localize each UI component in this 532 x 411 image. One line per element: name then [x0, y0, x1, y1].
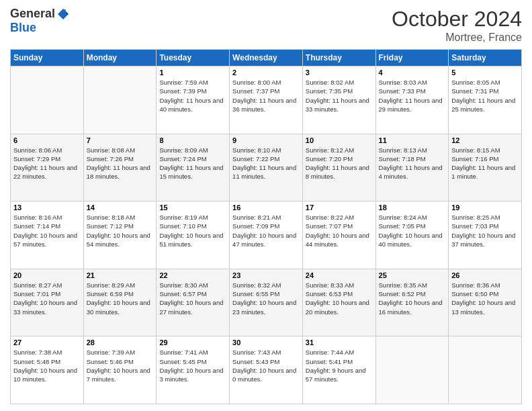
- day-info: Sunrise: 8:29 AMSunset: 6:59 PMDaylight:…: [87, 281, 154, 316]
- day-number: 30: [232, 338, 300, 347]
- week-row-4: 20Sunrise: 8:27 AMSunset: 7:01 PMDayligh…: [11, 269, 522, 336]
- sunset-text: Sunset: 7:03 PM: [451, 222, 498, 230]
- table-cell: 28Sunrise: 7:39 AMSunset: 5:46 PMDayligh…: [83, 336, 157, 404]
- daylight-text: Daylight: 10 hours and 47 minutes.: [232, 232, 296, 248]
- daylight-text: Daylight: 10 hours and 30 minutes.: [87, 299, 150, 315]
- sunset-text: Sunset: 6:59 PM: [87, 290, 134, 298]
- day-number: 24: [306, 271, 373, 279]
- table-cell: 26Sunrise: 8:36 AMSunset: 6:50 PMDayligh…: [449, 269, 522, 336]
- logo-general: General: [10, 7, 55, 21]
- day-number: 26: [451, 271, 519, 279]
- day-number: 5: [451, 68, 519, 77]
- sunrise-text: Sunrise: 8:08 AM: [87, 146, 135, 154]
- sunset-text: Sunset: 7:05 PM: [379, 222, 426, 230]
- table-cell: 29Sunrise: 7:41 AMSunset: 5:45 PMDayligh…: [157, 336, 230, 404]
- sunset-text: Sunset: 5:45 PM: [159, 358, 206, 365]
- sunset-text: Sunset: 7:12 PM: [87, 222, 134, 230]
- table-cell: [449, 336, 522, 404]
- day-info: Sunrise: 8:33 AMSunset: 6:53 PMDaylight:…: [306, 281, 373, 316]
- sunset-text: Sunset: 6:52 PM: [379, 290, 426, 298]
- col-monday: Monday: [83, 50, 157, 66]
- daylight-text: Daylight: 11 hours and 29 minutes.: [379, 97, 443, 113]
- day-info: Sunrise: 8:25 AMSunset: 7:03 PMDaylight:…: [451, 213, 519, 248]
- day-info: Sunrise: 8:21 AMSunset: 7:09 PMDaylight:…: [232, 213, 300, 248]
- table-cell: 19Sunrise: 8:25 AMSunset: 7:03 PMDayligh…: [449, 201, 522, 269]
- sunrise-text: Sunrise: 7:39 AM: [87, 349, 135, 356]
- daylight-text: Daylight: 10 hours and 7 minutes.: [87, 367, 150, 383]
- day-number: 22: [159, 271, 226, 279]
- sunset-text: Sunset: 7:09 PM: [232, 222, 279, 230]
- title-block: October 2024 Mortree, France: [392, 7, 522, 44]
- day-info: Sunrise: 8:19 AMSunset: 7:10 PMDaylight:…: [159, 213, 226, 248]
- sunrise-text: Sunrise: 8:15 AM: [451, 146, 500, 154]
- sunrise-text: Sunrise: 8:00 AM: [232, 79, 281, 86]
- day-info: Sunrise: 8:18 AMSunset: 7:12 PMDaylight:…: [87, 213, 154, 248]
- table-cell: 11Sunrise: 8:13 AMSunset: 7:18 PMDayligh…: [375, 134, 449, 201]
- sunset-text: Sunset: 7:35 PM: [306, 87, 353, 95]
- table-cell: 24Sunrise: 8:33 AMSunset: 6:53 PMDayligh…: [302, 269, 375, 336]
- day-info: Sunrise: 8:27 AMSunset: 7:01 PMDaylight:…: [13, 281, 81, 316]
- day-number: 8: [159, 136, 226, 144]
- daylight-text: Daylight: 10 hours and 10 minutes.: [13, 367, 77, 383]
- day-number: 13: [13, 203, 81, 212]
- day-number: 28: [87, 338, 154, 347]
- day-number: 9: [232, 136, 300, 144]
- daylight-text: Daylight: 11 hours and 25 minutes.: [451, 97, 515, 113]
- table-cell: 13Sunrise: 8:16 AMSunset: 7:14 PMDayligh…: [11, 201, 84, 269]
- table-cell: [375, 336, 449, 404]
- sunset-text: Sunset: 7:26 PM: [87, 155, 134, 163]
- table-cell: 9Sunrise: 8:10 AMSunset: 7:22 PMDaylight…: [230, 134, 303, 201]
- page: General Blue October 2024 Mortree, Franc…: [0, 0, 532, 411]
- sunset-text: Sunset: 7:39 PM: [159, 87, 206, 95]
- table-cell: 7Sunrise: 8:08 AMSunset: 7:26 PMDaylight…: [83, 134, 157, 201]
- sunrise-text: Sunrise: 8:06 AM: [13, 146, 62, 154]
- col-tuesday: Tuesday: [157, 50, 230, 66]
- day-info: Sunrise: 8:16 AMSunset: 7:14 PMDaylight:…: [13, 213, 81, 248]
- sunrise-text: Sunrise: 8:36 AM: [451, 281, 500, 289]
- sunrise-text: Sunrise: 8:12 AM: [306, 146, 354, 154]
- sunset-text: Sunset: 7:22 PM: [232, 155, 279, 163]
- daylight-text: Daylight: 11 hours and 8 minutes.: [306, 164, 369, 180]
- daylight-text: Daylight: 10 hours and 37 minutes.: [451, 232, 515, 248]
- day-info: Sunrise: 8:36 AMSunset: 6:50 PMDaylight:…: [451, 281, 519, 316]
- day-number: 10: [306, 136, 373, 144]
- table-cell: 31Sunrise: 7:44 AMSunset: 5:41 PMDayligh…: [302, 336, 375, 404]
- sunrise-text: Sunrise: 8:30 AM: [159, 281, 208, 289]
- day-number: 23: [232, 271, 300, 279]
- sunrise-text: Sunrise: 8:27 AM: [13, 281, 62, 289]
- table-cell: 17Sunrise: 8:22 AMSunset: 7:07 PMDayligh…: [302, 201, 375, 269]
- day-info: Sunrise: 7:41 AMSunset: 5:45 PMDaylight:…: [159, 348, 226, 383]
- day-info: Sunrise: 8:22 AMSunset: 7:07 PMDaylight:…: [306, 213, 373, 248]
- day-number: 19: [451, 203, 519, 212]
- daylight-text: Daylight: 9 hours and 57 minutes.: [306, 367, 366, 383]
- daylight-text: Daylight: 11 hours and 40 minutes.: [159, 97, 223, 113]
- table-cell: 12Sunrise: 8:15 AMSunset: 7:16 PMDayligh…: [449, 134, 522, 201]
- day-info: Sunrise: 8:35 AMSunset: 6:52 PMDaylight:…: [379, 281, 446, 316]
- table-cell: 23Sunrise: 8:32 AMSunset: 6:55 PMDayligh…: [230, 269, 303, 336]
- header: General Blue October 2024 Mortree, Franc…: [10, 7, 522, 44]
- table-cell: 3Sunrise: 8:02 AMSunset: 7:35 PMDaylight…: [302, 66, 375, 134]
- sunset-text: Sunset: 7:33 PM: [379, 87, 426, 95]
- daylight-text: Daylight: 11 hours and 11 minutes.: [232, 164, 296, 180]
- week-row-1: 1Sunrise: 7:59 AMSunset: 7:39 PMDaylight…: [11, 66, 522, 134]
- sunrise-text: Sunrise: 8:32 AM: [232, 281, 281, 289]
- table-cell: 20Sunrise: 8:27 AMSunset: 7:01 PMDayligh…: [11, 269, 84, 336]
- sunrise-text: Sunrise: 8:33 AM: [306, 281, 354, 289]
- sunrise-text: Sunrise: 7:44 AM: [306, 349, 354, 356]
- col-thursday: Thursday: [302, 50, 375, 66]
- day-number: 15: [159, 203, 226, 212]
- day-number: 11: [379, 136, 446, 144]
- day-info: Sunrise: 7:39 AMSunset: 5:46 PMDaylight:…: [87, 348, 154, 383]
- day-number: 4: [379, 68, 446, 77]
- daylight-text: Daylight: 10 hours and 40 minutes.: [379, 232, 443, 248]
- day-info: Sunrise: 8:00 AMSunset: 7:37 PMDaylight:…: [232, 78, 300, 113]
- month-title: October 2024: [392, 7, 522, 32]
- daylight-text: Daylight: 11 hours and 4 minutes.: [379, 164, 443, 180]
- day-info: Sunrise: 8:02 AMSunset: 7:35 PMDaylight:…: [306, 78, 373, 113]
- day-number: 18: [379, 203, 446, 212]
- day-info: Sunrise: 8:12 AMSunset: 7:20 PMDaylight:…: [306, 146, 373, 181]
- table-cell: 22Sunrise: 8:30 AMSunset: 6:57 PMDayligh…: [157, 269, 230, 336]
- sunset-text: Sunset: 7:01 PM: [13, 290, 60, 298]
- sunrise-text: Sunrise: 8:13 AM: [379, 146, 427, 154]
- day-number: 21: [87, 271, 154, 279]
